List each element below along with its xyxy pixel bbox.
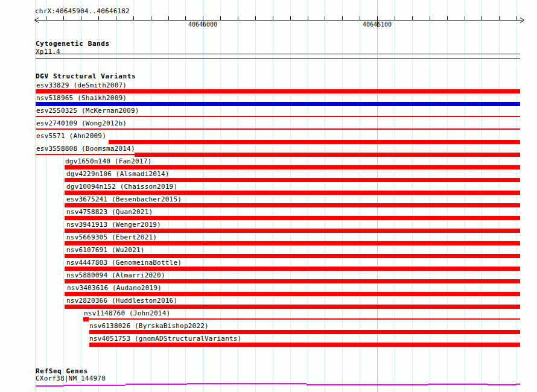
variant-bar-segment[interactable] — [89, 343, 520, 347]
gene-line-segment — [187, 383, 270, 384]
variant-bar-segment[interactable] — [65, 292, 520, 296]
variant-label[interactable]: nsv5669305 (Ebert2021) — [66, 234, 157, 241]
cytoband-band — [36, 54, 520, 58]
variant-bar-segment[interactable] — [65, 254, 520, 258]
ruler-minor-tick — [151, 16, 151, 20]
variant-label[interactable]: esv2550325 (McKernan2009) — [36, 107, 139, 114]
variant-bar-segment[interactable] — [36, 89, 520, 93]
variant-label[interactable]: esv3675241 (Besenbacher2015) — [66, 196, 182, 203]
dgv-track-title: DGV Structural Variants — [36, 73, 136, 80]
ruler-tick-label: 40646100 — [361, 22, 393, 28]
variant-bar-segment[interactable] — [135, 153, 520, 157]
grid-line — [46, 0, 46, 392]
ruler-minor-tick — [360, 16, 360, 20]
variant-label[interactable]: nsv3941913 (Wenger2019) — [66, 221, 161, 228]
variant-label[interactable]: nsv6138026 (ByrskaBishop2022) — [89, 323, 209, 329]
gene-line-segment — [368, 384, 428, 385]
gene-line-segment — [516, 384, 520, 385]
ruler-minor-tick — [499, 16, 500, 20]
variant-bar-segment[interactable] — [109, 140, 520, 144]
ruler-minor-tick — [412, 16, 413, 20]
variant-bar-segment[interactable] — [65, 191, 520, 195]
cytoband-track-title: Cytogenetic Bands — [36, 40, 110, 47]
variant-label[interactable]: esv5571 (Ahn2009) — [36, 133, 106, 139]
variant-bar-segment[interactable] — [65, 216, 520, 220]
ruler-minor-tick — [255, 16, 256, 20]
variant-label[interactable]: dgv1650n140 (Fan2017) — [65, 158, 151, 165]
variant-bar-segment[interactable] — [36, 154, 135, 155]
variant-bar-segment[interactable] — [65, 229, 520, 233]
grid-line — [63, 0, 64, 392]
ruler-minor-tick — [430, 16, 430, 20]
ruler-minor-tick — [273, 16, 273, 20]
ruler-minor-tick — [308, 16, 308, 20]
ruler-minor-tick — [290, 16, 291, 20]
ruler-minor-tick — [342, 16, 343, 20]
variant-bar-segment[interactable] — [36, 128, 520, 130]
variant-label[interactable]: nsv2820366 (Huddleston2016) — [66, 297, 177, 304]
gene-line-segment — [428, 384, 488, 385]
ruler-minor-tick — [63, 16, 64, 20]
ruler-minor-tick — [133, 16, 134, 20]
variant-bar-segment[interactable] — [65, 203, 520, 207]
ruler-minor-tick — [116, 16, 116, 20]
ruler-minor-tick — [185, 16, 186, 20]
ruler-minor-tick — [238, 16, 238, 20]
variant-label[interactable]: esv2740109 (Wong2012b) — [36, 120, 127, 127]
gene-line-segment — [126, 384, 187, 385]
variant-bar-segment[interactable] — [65, 305, 520, 309]
refseq-track-title: RefSeq Genes — [36, 368, 88, 375]
ruler-line — [36, 20, 523, 21]
variant-label[interactable]: dgv4229n106 (Alsmadi2014) — [66, 171, 170, 177]
ruler-minor-tick — [481, 16, 482, 20]
variant-bar-segment[interactable] — [65, 279, 520, 283]
ruler-right-arrow-icon — [520, 17, 525, 23]
ruler-minor-tick — [220, 16, 221, 20]
grid-edge-line — [36, 0, 36, 392]
variant-bar-segment[interactable] — [89, 318, 520, 320]
gene-line-segment — [270, 383, 307, 384]
variant-bar-segment[interactable] — [89, 330, 520, 334]
variant-label[interactable]: nsv5880094 (Almarri2020) — [66, 272, 165, 279]
ruler-minor-tick — [81, 16, 81, 20]
variant-bar-segment[interactable] — [83, 317, 89, 321]
ruler-minor-tick — [325, 16, 325, 20]
gene-line-segment — [63, 385, 126, 386]
ruler-minor-tick — [465, 16, 465, 20]
ruler-minor-tick — [395, 16, 395, 20]
variant-bar-segment[interactable] — [65, 241, 520, 245]
variant-bar-segment[interactable] — [65, 178, 520, 182]
variant-label[interactable]: nsv3403616 (Audano2019) — [67, 285, 162, 291]
variant-label[interactable]: nsv518965 (Shaikh2009) — [36, 95, 127, 101]
variant-label[interactable]: esv33829 (deSmith2007) — [36, 82, 127, 89]
variant-label[interactable]: nsv4758823 (Quan2021) — [66, 209, 153, 215]
region-coordinates: chrX:40645904..40646182 — [35, 8, 130, 14]
variant-label[interactable]: esv3558808 (Boomsma2014) — [36, 145, 135, 152]
variant-label[interactable]: nsv1148760 (John2014) — [84, 310, 170, 317]
gene-line-segment — [36, 385, 63, 387]
variant-bar-segment[interactable] — [36, 116, 520, 117]
variant-bar-segment[interactable] — [65, 165, 520, 169]
gene-line-segment — [307, 384, 368, 385]
ruler-left-arrow-icon — [34, 17, 39, 23]
ruler-minor-tick — [98, 16, 99, 20]
ruler-minor-tick — [447, 16, 448, 20]
variant-bar-segment[interactable] — [65, 267, 520, 271]
ruler-minor-tick — [516, 16, 517, 20]
refseq-gene-label[interactable]: CXorf38|NM_144970 — [36, 375, 106, 382]
variant-label[interactable]: dgv10094n152 (Chaisson2019) — [66, 183, 177, 190]
variant-label[interactable]: nsv4447803 (GenomeinaBottle) — [66, 259, 182, 266]
ruler-minor-tick — [168, 16, 169, 20]
variant-label[interactable]: nsv6107691 (Wu2021) — [66, 247, 145, 253]
gene-line-segment — [488, 384, 516, 385]
ruler-tick-label: 40646000 — [186, 22, 219, 28]
ruler-minor-tick — [46, 16, 46, 20]
genome-browser-panel: chrX:40645904..40646182 4064600040646100… — [0, 0, 537, 392]
variant-bar-segment[interactable] — [36, 102, 520, 106]
variant-label[interactable]: nsv4051753 (gnomADStructuralVariants) — [89, 335, 241, 342]
